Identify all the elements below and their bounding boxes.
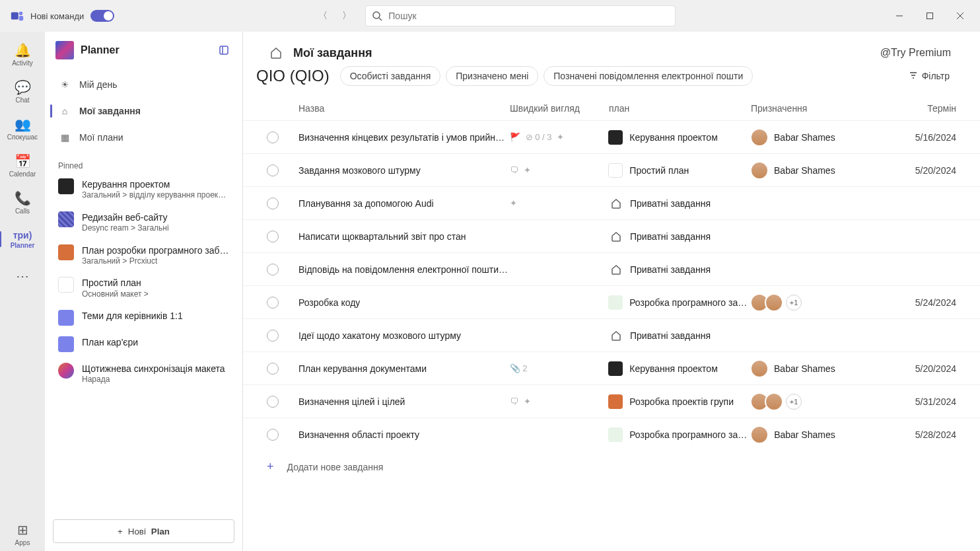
rail-activity[interactable]: 🔔Activity (4, 37, 41, 71)
task-complete-checkbox[interactable] (267, 396, 279, 408)
col-name[interactable]: Назва (298, 103, 510, 114)
nav-my-plans[interactable]: ▦Мої плани (50, 124, 237, 151)
attachment-icon: 📎 2 (510, 363, 528, 373)
rail-calendar[interactable]: 📅Calendar (4, 148, 41, 182)
window-maximize-button[interactable] (915, 5, 944, 26)
note-icon: 🗨 (510, 396, 518, 406)
assignee-name: Babar Shames (774, 429, 835, 440)
nav-my-tasks[interactable]: ⌂Мої завдання (50, 98, 237, 124)
task-row[interactable]: Розробка коду Розробка програмного забез… (243, 285, 980, 318)
private-plan-icon (609, 328, 623, 343)
sidebar-pinned-item[interactable]: Теми для керівників 1:1 (50, 305, 237, 331)
avatar (765, 293, 783, 312)
avatar (750, 425, 769, 444)
more-assignees-badge[interactable]: +1 (786, 394, 802, 410)
task-row[interactable]: План керування документами 📎 2 Керування… (243, 351, 980, 385)
plan-color-icon (58, 363, 74, 379)
plus-icon: + (267, 460, 274, 474)
nav-back-button[interactable]: 〈 (312, 5, 333, 26)
task-row[interactable]: Планування за допомогою Audi ✦ Приватні … (243, 186, 980, 219)
task-complete-checkbox[interactable] (267, 264, 279, 276)
task-plan: Приватні завдання (630, 330, 711, 341)
more-assignees-badge[interactable]: +1 (786, 295, 802, 311)
svg-line-4 (379, 18, 382, 20)
rail-calls[interactable]: 📞Calls (4, 185, 41, 219)
main-content: Мої завдання @Try Premium QIO (QIO) Особ… (243, 32, 980, 551)
task-plan: Приватні завдання (630, 198, 711, 209)
assignee-name: Babar Shames (774, 132, 835, 143)
col-assign[interactable]: Призначення (751, 103, 916, 114)
pinned-label: Pinned (45, 153, 242, 173)
sun-icon: ☀ (58, 78, 71, 91)
rail-chat[interactable]: 💬Chat (4, 74, 41, 108)
checklist-icon: ⊘ 0 / 3 (526, 132, 552, 142)
col-due[interactable]: Термін (916, 103, 956, 114)
col-plan[interactable]: план (609, 103, 751, 114)
add-task-button[interactable]: +Додати нове завдання (243, 451, 980, 483)
rail-more[interactable]: ⋯ (4, 259, 41, 293)
apps-icon: ⊞ (17, 522, 28, 538)
task-complete-checkbox[interactable] (267, 131, 279, 143)
table-header: Назва Швидкий вигляд план Призначення Те… (243, 92, 980, 120)
sidebar-title: Planner (81, 44, 209, 56)
task-name: Написати щоквартальний звіт про стан (298, 231, 466, 242)
sidebar-pinned-item[interactable]: Редизайн веб-сайтуDesync ream > Загальні (50, 206, 237, 239)
task-row[interactable]: Визначення області проекту Розробка прог… (243, 418, 980, 451)
tab-private[interactable]: Особисті завдання (340, 66, 441, 86)
task-row[interactable]: Завдання мозкового штурму 🗨✦ Простий пла… (243, 153, 980, 186)
rail-apps[interactable]: ⊞Apps (4, 517, 41, 551)
sidebar-pinned-item[interactable]: План розробки програмного забезпеченняЗа… (50, 239, 237, 272)
try-premium-link[interactable]: @Try Premium (880, 47, 951, 59)
new-plan-button[interactable]: + Нові Plan (53, 519, 234, 543)
window-close-button[interactable] (946, 5, 975, 26)
app-rail: 🔔Activity 💬Chat 👥Спокушає 📅Calendar 📞Cal… (0, 32, 45, 551)
sidebar: Planner ☀Мій день ⌂Мої завдання ▦Мої пла… (45, 32, 243, 551)
brand-label: Нові команди (30, 11, 84, 21)
plan-color-icon (58, 277, 74, 293)
spark-icon: ✦ (510, 198, 517, 208)
task-row[interactable]: Написати щоквартальний звіт про стан При… (243, 219, 980, 252)
nav-my-day[interactable]: ☀Мій день (50, 71, 237, 98)
breadcrumb-home-icon[interactable] (267, 44, 285, 62)
task-complete-checkbox[interactable] (267, 330, 279, 342)
private-plan-icon (609, 196, 623, 211)
task-row[interactable]: Ідеї щодо хакатону мозкового штурму Прив… (243, 318, 980, 351)
task-name: Визначення області проекту (298, 429, 419, 440)
task-row[interactable]: Відповідь на повідомлення електронної по… (243, 252, 980, 285)
sidebar-pinned-item[interactable]: Щотижнева синхронізація макетаНарада (50, 357, 237, 390)
tab-assigned[interactable]: Призначено мені (446, 66, 538, 86)
task-row[interactable]: Визначення цілей і цілей 🗨✦ Розробка про… (243, 385, 980, 418)
sidebar-pinned-item[interactable]: Керування проектомЗагальний > відділу ке… (50, 173, 237, 206)
task-complete-checkbox[interactable] (267, 231, 279, 242)
task-complete-checkbox[interactable] (267, 297, 279, 309)
spark-icon: ✦ (524, 165, 531, 175)
window-minimize-button[interactable] (885, 5, 914, 26)
flag-icon: 🚩 (510, 132, 520, 142)
task-complete-checkbox[interactable] (267, 198, 279, 209)
task-complete-checkbox[interactable] (267, 363, 279, 375)
task-row[interactable]: Визначення кінцевих результатів і умов п… (243, 120, 980, 153)
tab-flagged[interactable]: Позначені повідомлення електронної пошти (543, 66, 753, 86)
chat-icon: 💬 (15, 79, 31, 95)
popout-button[interactable] (216, 42, 232, 58)
filter-icon (909, 71, 918, 82)
rail-teams[interactable]: 👥Спокушає (4, 111, 41, 145)
avatar (750, 359, 769, 378)
svg-rect-9 (220, 46, 228, 54)
task-complete-checkbox[interactable] (267, 429, 279, 441)
task-name: Відповідь на повідомлення електронної по… (298, 264, 510, 275)
task-complete-checkbox[interactable] (267, 165, 279, 176)
plan-color-icon (608, 394, 623, 409)
rail-planner[interactable]: три)Planner (4, 222, 41, 256)
nav-forward-button[interactable]: 〉 (336, 5, 357, 26)
filter-button[interactable]: Фільтр (902, 67, 956, 86)
new-teams-toggle[interactable] (90, 10, 114, 22)
task-name: Визначення кінцевих результатів і умов п… (298, 132, 510, 143)
col-quick[interactable]: Швидкий вигляд (510, 103, 609, 114)
sidebar-pinned-item[interactable]: Простий планОсновний макет > (50, 272, 237, 305)
task-plan: Розробка програмного забезпечення (629, 297, 750, 308)
grid-icon: ▦ (58, 131, 71, 144)
search-input[interactable] (365, 5, 676, 26)
avatar (765, 392, 783, 411)
sidebar-pinned-item[interactable]: План кар'єри (50, 331, 237, 357)
